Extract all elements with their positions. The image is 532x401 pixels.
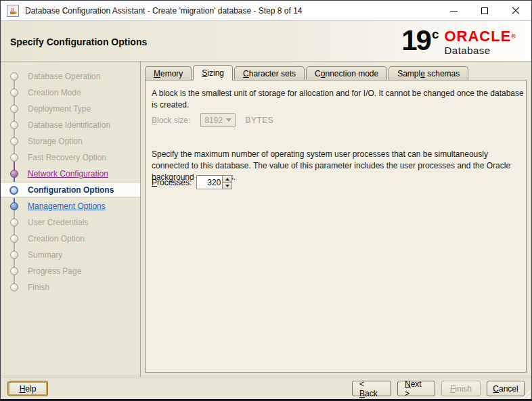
- sidebar-step-database-operation: Database Operation: [1, 68, 140, 85]
- arrow-up-icon: [225, 178, 229, 181]
- step-bullet-icon: [10, 202, 18, 210]
- spinner-down-button[interactable]: [222, 183, 232, 189]
- tab-sizing[interactable]: Sizing: [193, 65, 233, 80]
- logo-version: 19: [401, 26, 430, 55]
- step-bullet-icon: [10, 121, 18, 129]
- block-size-dropdown: 8192: [200, 113, 236, 127]
- processes-spinner: [196, 175, 232, 189]
- finish-button: Finish: [441, 381, 481, 396]
- step-bullet-icon: [10, 251, 18, 259]
- sidebar-step-database-identification: Database Identification: [1, 117, 140, 133]
- oracle-19c-database-logo: 19 c ORACLE® Database: [401, 26, 516, 56]
- maximize-icon: [481, 7, 488, 14]
- processes-input[interactable]: [196, 175, 222, 189]
- tab-memory[interactable]: Memory: [145, 66, 192, 80]
- maximize-button[interactable]: [469, 1, 500, 21]
- minimize-icon: [450, 11, 458, 11]
- step-bullet-icon: [10, 267, 18, 275]
- spinner-up-button[interactable]: [222, 175, 232, 183]
- wizard-header: Specify Configuration Options 19 c ORACL…: [1, 21, 531, 62]
- block-size-unit: BYTES: [245, 116, 273, 125]
- sidebar-step-creation-mode: Creation Mode: [1, 85, 140, 101]
- spinner-buttons: [222, 175, 232, 189]
- cancel-button[interactable]: Cancel: [487, 381, 525, 396]
- page-title: Specify Configuration Options: [10, 37, 147, 47]
- block-size-label: Block size:: [152, 116, 190, 125]
- step-bullet-icon: [10, 154, 18, 162]
- sidebar-step-fast-recovery-option: Fast Recovery Option: [1, 149, 140, 166]
- arrow-down-icon: [225, 185, 229, 187]
- sidebar-step-configuration-options: Configuration Options: [1, 182, 140, 198]
- tab-sample-schemas[interactable]: Sample schemas: [389, 66, 468, 80]
- back-button[interactable]: < Back: [352, 381, 391, 396]
- logo-edition: c: [432, 28, 439, 41]
- sidebar-step-storage-option: Storage Option: [1, 133, 140, 149]
- tab-strip: Memory Sizing Character sets Connection …: [145, 66, 527, 80]
- processes-row: Processes:: [152, 175, 232, 189]
- oracle-wordmark: ORACLE®: [444, 28, 516, 45]
- step-bullet-icon: [10, 283, 18, 291]
- close-icon: [512, 7, 520, 15]
- sidebar-step-finish: Finish: [1, 279, 140, 296]
- window-title: Database Configuration Assistant - Creat…: [25, 6, 302, 16]
- step-bullet-icon: [10, 235, 18, 243]
- dropdown-arrow-icon: [226, 118, 231, 122]
- window-controls: [438, 1, 531, 21]
- step-bullet-icon: [9, 186, 18, 195]
- button-bar: Help < Back Next > Finish Cancel: [1, 377, 531, 399]
- step-bullet-icon: [10, 72, 18, 80]
- java-cup-glyph: [9, 7, 17, 15]
- sizing-tab-panel: A block is the smallest unit of storage …: [145, 80, 527, 373]
- next-button[interactable]: Next >: [397, 381, 435, 396]
- java-app-icon: [7, 5, 19, 17]
- sidebar-step-progress-page: Progress Page: [1, 263, 140, 279]
- step-bullet-icon: [10, 89, 18, 97]
- minimize-button[interactable]: [438, 1, 469, 21]
- content-area: Memory Sizing Character sets Connection …: [141, 62, 531, 377]
- tab-connection-mode[interactable]: Connection mode: [306, 66, 387, 80]
- close-button[interactable]: [500, 1, 531, 21]
- step-bullet-icon: [10, 170, 18, 178]
- sidebar-step-management-options[interactable]: Management Options: [1, 198, 140, 214]
- sidebar-step-network-configuration[interactable]: Network Configuration: [1, 166, 140, 182]
- tab-character-sets[interactable]: Character sets: [234, 66, 305, 80]
- help-button[interactable]: Help: [7, 381, 48, 396]
- block-size-value: 8192: [201, 116, 226, 125]
- step-bullet-icon: [10, 137, 18, 145]
- logo-product: Database: [444, 45, 516, 56]
- block-size-row: Block size: 8192 BYTES: [152, 113, 273, 127]
- wizard-steps-sidebar: Database Operation Creation Mode Deploym…: [1, 62, 141, 377]
- steps-list: Database Operation Creation Mode Deploym…: [1, 68, 140, 296]
- title-bar: Database Configuration Assistant - Creat…: [1, 1, 531, 21]
- sidebar-step-summary: Summary: [1, 247, 140, 263]
- sidebar-step-deployment-type: Deployment Type: [1, 101, 140, 117]
- step-bullet-icon: [10, 105, 18, 113]
- step-bullet-icon: [10, 218, 18, 227]
- dbca-window: Database Configuration Assistant - Creat…: [0, 0, 532, 401]
- registered-mark: ®: [511, 33, 516, 40]
- resize-grip[interactable]: [523, 390, 531, 398]
- processes-label: Processes:: [152, 178, 192, 187]
- sidebar-step-user-credentials: User Credentials: [1, 214, 140, 231]
- block-size-description: A block is the smallest unit of storage …: [152, 88, 525, 111]
- sidebar-step-creation-option: Creation Option: [1, 231, 140, 247]
